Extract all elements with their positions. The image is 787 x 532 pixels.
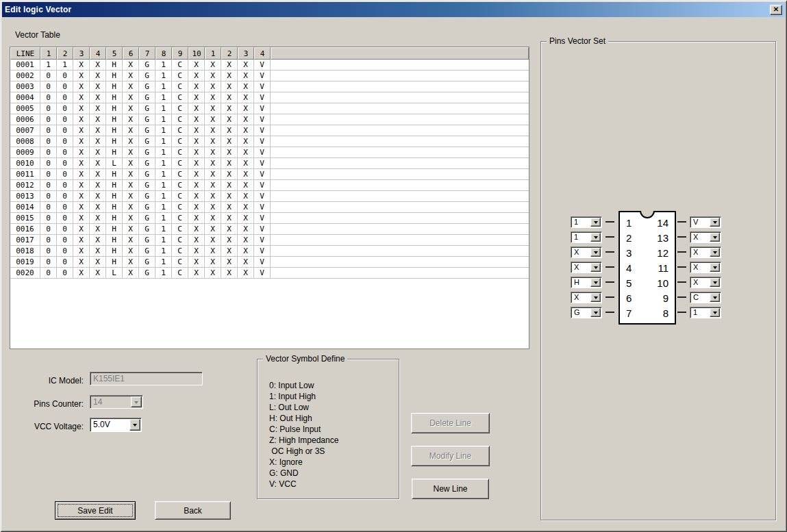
vector-value-cell[interactable]: 1 <box>155 180 172 191</box>
pin-12-select[interactable]: X <box>690 246 721 258</box>
vector-value-cell[interactable]: X <box>205 158 221 169</box>
vector-value-cell[interactable]: C <box>172 202 188 213</box>
vector-value-cell[interactable]: X <box>73 213 90 224</box>
vector-value-cell[interactable]: X <box>188 158 205 169</box>
vector-value-cell[interactable]: G <box>139 169 155 180</box>
vector-value-cell[interactable]: X <box>205 257 221 268</box>
vector-value-cell[interactable]: 0 <box>57 71 73 81</box>
vector-value-cell[interactable]: 0 <box>40 246 57 257</box>
dropdown-arrow-button[interactable] <box>710 263 720 272</box>
vector-value-cell[interactable]: C <box>172 246 188 257</box>
vector-value-cell[interactable]: X <box>188 268 205 279</box>
vector-value-cell[interactable]: X <box>221 60 238 71</box>
vector-value-cell[interactable]: X <box>238 60 254 71</box>
vector-value-cell[interactable]: X <box>188 114 205 125</box>
vector-value-cell[interactable]: X <box>90 246 106 257</box>
vector-value-cell[interactable]: X <box>238 191 254 202</box>
vector-value-cell[interactable]: V <box>254 158 271 169</box>
pin-1-select[interactable]: 1 <box>571 216 602 228</box>
dropdown-arrow-button[interactable] <box>590 233 601 242</box>
vector-value-cell[interactable]: X <box>123 147 139 158</box>
vector-value-cell[interactable]: X <box>205 180 221 191</box>
vector-value-cell[interactable]: C <box>172 191 188 202</box>
vector-value-cell[interactable]: X <box>238 81 254 92</box>
vector-value-cell[interactable]: G <box>139 246 155 257</box>
dropdown-arrow-button[interactable] <box>590 218 601 227</box>
vector-row[interactable]: 000200XXHXG1CXXXXV <box>10 71 529 81</box>
dropdown-arrow-button[interactable] <box>710 308 720 317</box>
vector-value-cell[interactable]: X <box>221 81 238 92</box>
vector-value-cell[interactable]: X <box>123 71 139 81</box>
vector-value-cell[interactable]: X <box>123 202 139 213</box>
vector-value-cell[interactable]: 0 <box>40 71 57 81</box>
vector-value-cell[interactable]: V <box>254 235 271 246</box>
vector-value-cell[interactable]: X <box>205 114 221 125</box>
pin-14-select[interactable]: V <box>690 216 721 228</box>
vector-value-cell[interactable]: 0 <box>40 103 57 114</box>
vector-value-cell[interactable]: 1 <box>155 169 172 180</box>
vector-value-cell[interactable]: 0 <box>57 191 73 202</box>
vector-value-cell[interactable]: 0 <box>40 81 57 92</box>
pin-column-header[interactable]: 8 <box>155 47 172 60</box>
vector-value-cell[interactable]: X <box>73 191 90 202</box>
vector-value-cell[interactable]: X <box>90 71 106 81</box>
line-number-cell[interactable]: 0001 <box>10 60 40 71</box>
vector-value-cell[interactable]: H <box>106 136 123 147</box>
vector-value-cell[interactable]: X <box>73 103 90 114</box>
vector-value-cell[interactable]: L <box>106 268 123 279</box>
vector-value-cell[interactable]: G <box>139 180 155 191</box>
back-button[interactable]: Back <box>155 501 231 520</box>
vector-value-cell[interactable]: X <box>123 92 139 103</box>
vector-value-cell[interactable]: V <box>254 103 271 114</box>
vector-value-cell[interactable]: X <box>238 169 254 180</box>
vector-value-cell[interactable]: X <box>221 158 238 169</box>
vector-value-cell[interactable]: 0 <box>57 103 73 114</box>
vector-value-cell[interactable]: X <box>73 114 90 125</box>
vector-value-cell[interactable]: X <box>73 169 90 180</box>
vector-value-cell[interactable]: 1 <box>40 60 57 71</box>
vector-value-cell[interactable]: 0 <box>40 147 57 158</box>
vector-value-cell[interactable]: X <box>221 103 238 114</box>
vector-value-cell[interactable]: X <box>205 60 221 71</box>
vector-value-cell[interactable]: 0 <box>57 147 73 158</box>
vector-value-cell[interactable]: 0 <box>40 158 57 169</box>
pin-column-header[interactable]: 3 <box>238 47 254 60</box>
line-column-header[interactable]: LINE <box>10 47 40 60</box>
vector-value-cell[interactable]: X <box>238 158 254 169</box>
pin-6-select[interactable]: X <box>571 292 602 303</box>
vector-value-cell[interactable]: X <box>205 224 221 235</box>
vector-value-cell[interactable]: V <box>254 213 271 224</box>
vector-value-cell[interactable]: H <box>106 213 123 224</box>
vector-value-cell[interactable]: X <box>90 169 106 180</box>
vector-row[interactable]: 002000XXLXG1CXXXXV <box>10 268 529 279</box>
pin-column-header[interactable]: 7 <box>139 47 155 60</box>
vector-value-cell[interactable]: X <box>205 235 221 246</box>
line-number-cell[interactable]: 0016 <box>10 224 40 235</box>
vector-value-cell[interactable]: 0 <box>40 202 57 213</box>
vector-value-cell[interactable]: X <box>205 147 221 158</box>
vector-value-cell[interactable]: X <box>205 169 221 180</box>
vector-row[interactable]: 000600XXHXG1CXXXXV <box>10 114 529 125</box>
dropdown-arrow-button[interactable] <box>710 233 720 242</box>
vector-value-cell[interactable]: X <box>73 257 90 268</box>
vector-value-cell[interactable]: G <box>139 158 155 169</box>
vector-value-cell[interactable]: V <box>254 202 271 213</box>
vector-value-cell[interactable]: H <box>106 81 123 92</box>
line-number-cell[interactable]: 0004 <box>10 92 40 103</box>
vector-value-cell[interactable]: H <box>106 125 123 136</box>
vector-value-cell[interactable]: X <box>123 246 139 257</box>
vector-row[interactable]: 000300XXHXG1CXXXXV <box>10 81 529 92</box>
vector-row[interactable]: 001600XXHXG1CXXXXV <box>10 224 529 235</box>
line-number-cell[interactable]: 0008 <box>10 136 40 147</box>
vector-value-cell[interactable]: X <box>238 103 254 114</box>
vector-value-cell[interactable]: 0 <box>57 136 73 147</box>
vector-value-cell[interactable]: V <box>254 125 271 136</box>
pin-11-select[interactable]: X <box>690 262 721 273</box>
vector-value-cell[interactable]: 0 <box>57 224 73 235</box>
vector-value-cell[interactable]: X <box>123 257 139 268</box>
vector-value-cell[interactable]: X <box>238 213 254 224</box>
vector-value-cell[interactable]: X <box>238 235 254 246</box>
vector-value-cell[interactable]: X <box>221 92 238 103</box>
vector-value-cell[interactable]: X <box>221 246 238 257</box>
vector-value-cell[interactable]: X <box>221 114 238 125</box>
